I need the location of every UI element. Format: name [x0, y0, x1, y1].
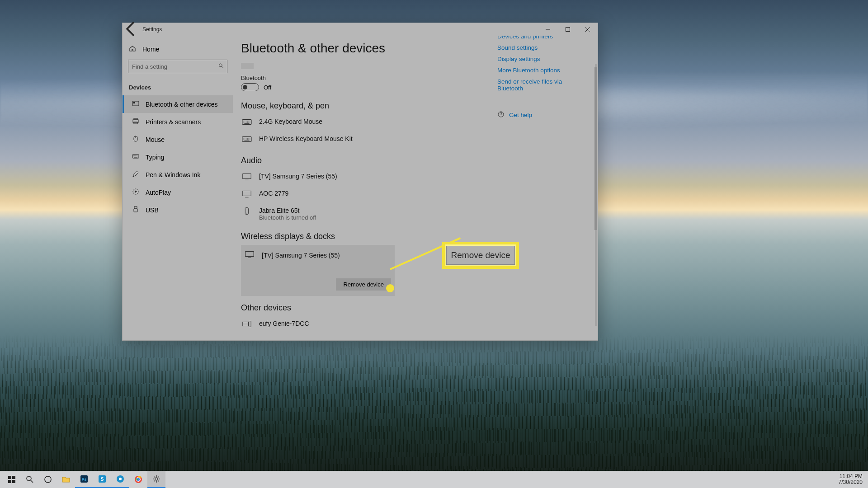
sidebar-item-usb[interactable]: USB: [123, 201, 233, 219]
window-title: Settings: [141, 26, 162, 33]
search-input[interactable]: [128, 60, 227, 73]
taskbar-app-snagit[interactable]: S: [93, 471, 111, 488]
monitor-icon: [245, 250, 255, 260]
sidebar-item-label: Pen & Windows Ink: [146, 171, 200, 178]
device-item[interactable]: Jabra Elite 65t Bluetooth is turned off: [241, 203, 395, 225]
device-name: HP Wireless Keyboard Mouse Kit: [259, 135, 353, 142]
sidebar-item-typing[interactable]: Typing: [123, 148, 233, 166]
device-name: [TV] Samsung 7 Series (55): [262, 252, 340, 259]
settings-window: Settings Home Devices Bluetooth & other …: [122, 23, 598, 341]
svg-rect-20: [243, 322, 249, 326]
sidebar-item-bluetooth[interactable]: Bluetooth & other devices: [123, 95, 233, 113]
bluetooth-devices-icon: [132, 100, 139, 108]
svg-rect-15: [243, 174, 251, 179]
sidebar-item-label: Printers & scanners: [146, 118, 201, 126]
sidebar-home[interactable]: Home: [123, 41, 233, 57]
maximize-button[interactable]: [558, 23, 578, 36]
svg-rect-22: [8, 476, 11, 479]
monitor-icon: [242, 190, 252, 200]
device-item[interactable]: HP Wireless Keyboard Mouse Kit: [241, 131, 395, 149]
svg-rect-5: [134, 118, 137, 120]
file-explorer-button[interactable]: [57, 471, 75, 488]
add-device-button-partial[interactable]: [241, 63, 254, 69]
svg-point-27: [45, 476, 51, 483]
content-scroll[interactable]: Bluetooth Off Mouse, keyboard, & pen 2.4…: [241, 60, 594, 340]
home-icon: [129, 45, 136, 53]
keyboard-icon: [242, 118, 252, 128]
svg-rect-19: [245, 252, 254, 257]
usb-icon: [132, 206, 139, 214]
sidebar-section-label: Devices: [123, 76, 233, 95]
sidebar-item-label: Typing: [146, 154, 164, 161]
svg-text:Ps: Ps: [81, 477, 86, 482]
device-name: AOC 2779: [259, 190, 288, 197]
sidebar-item-autoplay[interactable]: AutoPlay: [123, 183, 233, 201]
device-item-selected[interactable]: [TV] Samsung 7 Series (55) Remove device: [241, 245, 395, 296]
autoplay-icon: [132, 188, 139, 197]
device-item[interactable]: AOC 2779: [241, 186, 395, 203]
svg-rect-25: [12, 480, 15, 483]
monitor-icon: [242, 173, 252, 183]
link-devices-printers[interactable]: Devices and printers: [497, 36, 588, 40]
titlebar[interactable]: Settings: [123, 23, 598, 36]
device-name: [TV] Samsung 7 Series (55): [259, 173, 337, 180]
sidebar-item-label: AutoPlay: [146, 189, 171, 196]
bluetooth-toggle-state: Off: [264, 84, 271, 91]
device-generic-icon: [242, 320, 252, 330]
sidebar-item-label: USB: [146, 206, 159, 214]
group-title-other: Other devices: [241, 303, 583, 313]
taskbar-app-settings[interactable]: [147, 471, 165, 488]
device-item[interactable]: eufy Genie-7DCC: [241, 316, 395, 333]
system-tray[interactable]: 11:04 PM 7/30/2020: [839, 474, 865, 485]
start-button[interactable]: [3, 471, 21, 488]
group-title-audio: Audio: [241, 156, 583, 165]
taskbar-clock[interactable]: 11:04 PM 7/30/2020: [839, 474, 863, 485]
sidebar: Home Devices Bluetooth & other devices P…: [123, 36, 233, 340]
bluetooth-toggle[interactable]: [241, 83, 259, 91]
svg-point-33: [119, 478, 122, 480]
svg-rect-8: [132, 155, 139, 158]
svg-text:S: S: [101, 477, 104, 482]
svg-point-18: [246, 213, 247, 214]
sidebar-item-label: Mouse: [146, 136, 165, 143]
taskbar-app-chrome[interactable]: [129, 471, 147, 488]
content-pane: Bluetooth & other devices Devices and pr…: [233, 36, 598, 340]
cortana-button[interactable]: [39, 471, 57, 488]
remove-device-button[interactable]: Remove device: [336, 278, 391, 291]
annotation-callout-text: Remove device: [446, 246, 515, 265]
close-button[interactable]: [578, 23, 598, 36]
taskbar[interactable]: Ps S 11:04 PM 7/30/2020: [0, 471, 868, 488]
svg-rect-23: [12, 476, 15, 479]
link-sound-settings[interactable]: Sound settings: [497, 44, 588, 51]
annotation-pointer-dot: [386, 284, 394, 292]
group-title-wireless: Wireless displays & docks: [241, 232, 583, 241]
taskbar-app-photoshop[interactable]: Ps: [75, 471, 93, 488]
taskbar-date: 7/30/2020: [839, 479, 863, 485]
device-item[interactable]: [TV] Samsung 7 Series (55): [241, 169, 395, 186]
svg-rect-10: [134, 206, 137, 209]
scrollbar-thumb[interactable]: [594, 67, 597, 230]
taskbar-app-browser[interactable]: [111, 471, 129, 488]
svg-point-26: [27, 476, 31, 481]
svg-point-37: [155, 478, 158, 480]
svg-point-1: [219, 64, 222, 67]
annotation-callout: Remove device: [442, 242, 519, 269]
svg-rect-24: [8, 480, 11, 483]
svg-rect-3: [133, 102, 135, 103]
device-item[interactable]: 2.4G Keyboard Mouse: [241, 114, 395, 131]
taskbar-search-button[interactable]: [21, 471, 39, 488]
sidebar-item-mouse[interactable]: Mouse: [123, 131, 233, 148]
sidebar-item-label: Bluetooth & other devices: [146, 101, 218, 108]
device-name: 2.4G Keyboard Mouse: [259, 118, 322, 125]
keyboard-icon: [132, 153, 139, 161]
keyboard-icon: [242, 135, 252, 145]
phone-icon: [242, 207, 252, 217]
svg-rect-21: [249, 321, 251, 327]
sidebar-item-printers[interactable]: Printers & scanners: [123, 113, 233, 131]
mouse-icon: [132, 135, 139, 144]
sidebar-home-label: Home: [142, 46, 159, 53]
minimize-button[interactable]: [538, 23, 558, 36]
sidebar-item-pen[interactable]: Pen & Windows Ink: [123, 166, 233, 183]
svg-rect-0: [566, 28, 570, 32]
printer-icon: [132, 117, 139, 126]
